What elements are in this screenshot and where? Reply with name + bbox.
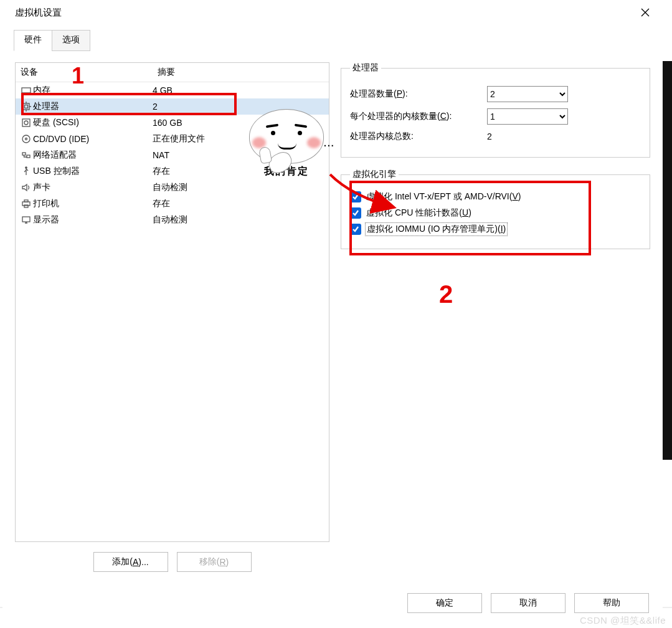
meme-sticker: 我的肯定 (240, 109, 333, 183)
device-name: 打印机 (33, 198, 153, 209)
total-cores-label: 处理器内核总数: (350, 131, 487, 142)
vm-settings-dialog: 虚拟机设置 硬件 选项 设备 摘要 内存 4 GB (2, 0, 663, 623)
add-label-pre: 添加( (112, 556, 133, 568)
remove-label-post: ) (226, 557, 229, 567)
vt-checkbox[interactable] (350, 191, 361, 202)
add-button[interactable]: 添加(A)... (93, 552, 168, 572)
tab-bar: 硬件 选项 (14, 30, 663, 51)
help-button[interactable]: 帮助 (574, 593, 649, 613)
svg-rect-0 (22, 88, 31, 93)
svg-point-5 (22, 135, 30, 143)
device-name: 硬盘 (SCSI) (33, 117, 153, 128)
cpu-counter-checkbox[interactable] (350, 207, 361, 219)
network-icon (19, 150, 33, 160)
svg-rect-7 (22, 153, 26, 155)
svg-point-6 (26, 138, 27, 140)
device-summary: 4 GB (153, 85, 325, 95)
processor-group: 处理器 处理器数量(P): 2 每个处理器的内核数量(C): 1 (341, 62, 650, 158)
device-name: 声卡 (33, 182, 153, 193)
svg-point-4 (24, 121, 28, 125)
svg-rect-12 (24, 205, 28, 207)
device-name: 内存 (33, 85, 153, 96)
ok-button[interactable]: 确定 (407, 593, 482, 613)
annotation-number-2: 2 (439, 280, 453, 308)
device-summary: 自动检测 (153, 182, 325, 193)
device-summary: 自动检测 (153, 214, 325, 226)
ellipsis: ... (324, 138, 335, 148)
virtualization-group: 虚拟化引擎 虚拟化 Intel VT-x/EPT 或 AMD-V/RVI(V) … (341, 169, 650, 249)
annotation-number-1: 1 (72, 63, 84, 89)
header-summary: 摘要 (153, 63, 329, 82)
close-icon (641, 8, 650, 17)
total-cores-value: 2 (487, 131, 568, 141)
tab-hardware[interactable]: 硬件 (14, 30, 52, 51)
processor-legend: 处理器 (350, 62, 381, 74)
svg-rect-3 (22, 119, 30, 126)
iommu-checkbox[interactable] (350, 224, 361, 235)
remove-label-pre: 移除( (199, 556, 220, 568)
usb-icon (19, 166, 33, 176)
add-label-post: )... (138, 557, 148, 567)
titlebar: 虚拟机设置 (2, 0, 663, 25)
remove-button[interactable]: 移除(R) (177, 552, 252, 572)
svg-point-9 (26, 167, 27, 168)
device-name: 处理器 (33, 101, 153, 112)
svg-rect-8 (27, 155, 30, 158)
hardware-table-header: 设备 摘要 (16, 63, 329, 82)
detail-panel: 处理器 处理器数量(P): 2 每个处理器的内核数量(C): 1 (341, 62, 650, 572)
cores-per-proc-label: 每个处理器的内核数量(C): (350, 111, 487, 122)
cpu-counter-label: 虚拟化 CPU 性能计数器(U) (366, 207, 471, 219)
iommu-label: 虚拟化 IOMMU (IO 内存管理单元)(I) (366, 224, 506, 235)
add-mnemonic: A (133, 557, 138, 567)
remove-mnemonic: R (219, 557, 225, 567)
window-title: 虚拟机设置 (15, 7, 62, 19)
cpu-icon (19, 102, 33, 112)
vt-label: 虚拟化 Intel VT-x/EPT 或 AMD-V/RVI(V) (366, 191, 521, 202)
cancel-button[interactable]: 取消 (491, 593, 566, 613)
device-name: 显示器 (33, 214, 153, 226)
device-name: USB 控制器 (33, 166, 153, 177)
sound-icon (19, 183, 33, 193)
cores-per-proc-select[interactable]: 1 (487, 108, 568, 125)
cd-icon (19, 134, 33, 144)
close-button[interactable] (632, 2, 659, 22)
device-name: 网络适配器 (33, 150, 153, 161)
device-name: CD/DVD (IDE) (33, 134, 153, 144)
dialog-footer: 确定 取消 帮助 (407, 593, 649, 613)
processor-count-label: 处理器数量(P): (350, 88, 487, 100)
svg-rect-1 (23, 103, 29, 110)
memory-icon (19, 85, 33, 95)
tab-options[interactable]: 选项 (52, 30, 90, 51)
table-row[interactable]: 打印机 存在 (16, 196, 329, 212)
printer-icon (19, 199, 33, 209)
disk-icon (19, 118, 33, 128)
display-icon (19, 215, 33, 225)
svg-rect-11 (24, 200, 28, 202)
device-summary: 存在 (153, 198, 325, 209)
background-decoration (662, 61, 672, 460)
virtualization-legend: 虚拟化引擎 (350, 169, 399, 180)
table-row[interactable]: 内存 4 GB (16, 82, 329, 98)
svg-rect-2 (25, 105, 28, 108)
processor-count-select[interactable]: 2 (487, 86, 568, 102)
svg-rect-13 (22, 217, 30, 222)
table-row[interactable]: 显示器 自动检测 (16, 212, 329, 228)
